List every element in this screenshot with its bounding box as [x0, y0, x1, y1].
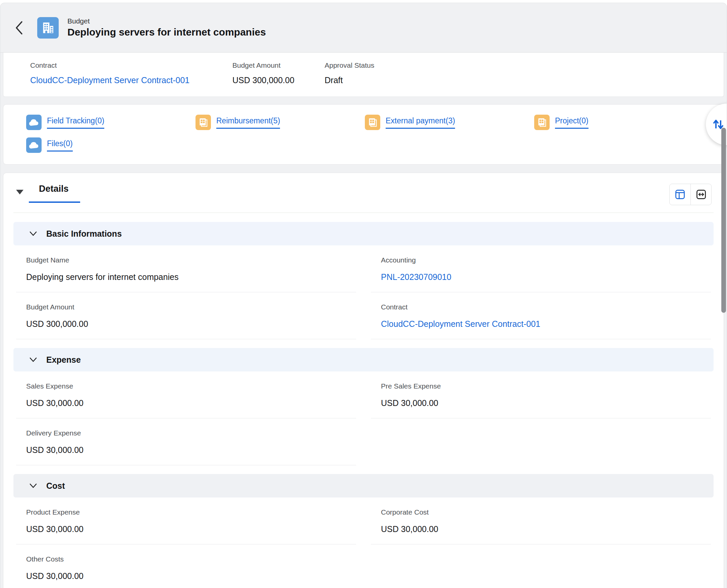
contract-label: Contract [30, 61, 232, 69]
budget-amount-label: Budget Amount [232, 61, 325, 69]
page-header: Budget Deploying servers for internet co… [0, 3, 727, 52]
chevron-down-icon [29, 231, 38, 237]
field-label: Product Expense [26, 508, 356, 516]
field-corporate-cost: Corporate Cost USD 30,000.00 [371, 498, 711, 544]
field-pre-sales-expense: Pre Sales Expense USD 30,000.00 [371, 372, 711, 418]
related-reimbursement[interactable]: Reimbursement(5) [195, 114, 365, 130]
field-value: USD 30,000.00 [26, 398, 356, 408]
field-empty [371, 418, 711, 465]
section-expense[interactable]: Expense [14, 348, 713, 372]
section-basic-informations[interactable]: Basic Informations [14, 222, 713, 245]
cloud-icon [26, 114, 42, 130]
field-product-expense: Product Expense USD 30,000.00 [16, 498, 356, 544]
related-field-tracking[interactable]: Field Tracking(0) [26, 114, 195, 130]
field-other-costs: Other Costs USD 30,000.00 [16, 544, 356, 588]
section-title: Cost [46, 481, 65, 491]
document-stack-icon [534, 114, 549, 130]
back-chevron-icon [14, 19, 25, 37]
field-value: USD 300,000.00 [26, 319, 356, 329]
related-lists-card: Field Tracking(0) Reimbursement(5) [3, 104, 724, 165]
field-value: USD 30,000.00 [381, 398, 711, 408]
view-toggle-group [669, 184, 711, 205]
reimbursement-link[interactable]: Reimbursement(5) [216, 116, 280, 129]
section-title: Basic Informations [46, 229, 122, 239]
field-value: USD 30,000.00 [26, 571, 356, 581]
field-value: USD 30,000.00 [381, 524, 711, 534]
summary-card: Contract CloudCC-Deployment Server Contr… [3, 52, 724, 97]
field-sales-expense: Sales Expense USD 30,000.00 [16, 372, 356, 418]
related-files[interactable]: Files(0) [26, 138, 195, 153]
section-title: Expense [46, 355, 81, 365]
field-label: Budget Name [26, 256, 356, 264]
budget-amount-value: USD 300,000.00 [232, 76, 325, 85]
expand-width-button[interactable] [690, 184, 711, 205]
tab-details[interactable]: Details [29, 184, 80, 203]
expand-horizontal-icon [695, 188, 707, 201]
files-link[interactable]: Files(0) [47, 139, 73, 151]
field-empty [371, 544, 711, 588]
back-button[interactable] [14, 18, 28, 38]
entity-label: Budget [67, 17, 266, 25]
field-value: Deploying servers for internet companies [26, 272, 356, 282]
details-card: Details [3, 173, 724, 588]
column-layout-button[interactable] [670, 184, 690, 205]
summary-budget-amount: Budget Amount USD 300,000.00 [232, 61, 325, 85]
document-stack-icon [365, 114, 380, 130]
related-project[interactable]: Project(0) [534, 114, 704, 130]
project-link[interactable]: Project(0) [555, 116, 588, 129]
budget-detail-page: Budget Deploying servers for internet co… [0, 3, 727, 588]
contract-detail-link[interactable]: CloudCC-Deployment Server Contract-001 [381, 319, 540, 329]
summary-contract: Contract CloudCC-Deployment Server Contr… [30, 61, 232, 85]
cloud-icon [26, 138, 42, 153]
page-title: Deploying servers for internet companies [67, 25, 266, 39]
document-stack-icon [195, 114, 211, 130]
vertical-scrollbar-thumb[interactable] [721, 128, 726, 313]
field-label: Pre Sales Expense [381, 382, 711, 390]
chevron-down-icon [29, 357, 38, 363]
field-contract: Contract CloudCC-Deployment Server Contr… [371, 292, 711, 339]
field-label: Accounting [381, 256, 711, 264]
budget-entity-icon [37, 17, 59, 39]
field-value: USD 30,000.00 [26, 524, 356, 534]
field-label: Other Costs [26, 555, 356, 563]
field-delivery-expense: Delivery Expense USD 30,000.00 [16, 418, 356, 465]
layout-columns-icon [674, 188, 686, 201]
field-label: Contract [381, 303, 711, 311]
section-cost[interactable]: Cost [14, 474, 713, 498]
field-budget-amount: Budget Amount USD 300,000.00 [16, 292, 356, 339]
field-label: Delivery Expense [26, 429, 356, 437]
field-label: Corporate Cost [381, 508, 711, 516]
chevron-down-icon [29, 483, 38, 489]
field-label: Budget Amount [26, 303, 356, 311]
external-payment-link[interactable]: External payment(3) [386, 116, 455, 129]
field-value: USD 30,000.00 [26, 445, 356, 455]
buildings-icon [40, 20, 56, 36]
tab-divider [14, 212, 713, 213]
approval-status-value: Draft [325, 76, 374, 85]
approval-status-label: Approval Status [325, 61, 374, 69]
related-external-payment[interactable]: External payment(3) [365, 114, 534, 130]
details-tab-bar: Details [3, 173, 724, 213]
summary-approval-status: Approval Status Draft [325, 61, 374, 85]
field-accounting: Accounting PNL-20230709010 [371, 245, 711, 292]
field-tracking-link[interactable]: Field Tracking(0) [47, 116, 104, 129]
contract-link[interactable]: CloudCC-Deployment Server Contract-001 [30, 76, 189, 85]
collapse-triangle-icon[interactable] [16, 190, 23, 194]
field-budget-name: Budget Name Deploying servers for intern… [16, 245, 356, 292]
field-label: Sales Expense [26, 382, 356, 390]
accounting-link[interactable]: PNL-20230709010 [381, 272, 451, 281]
